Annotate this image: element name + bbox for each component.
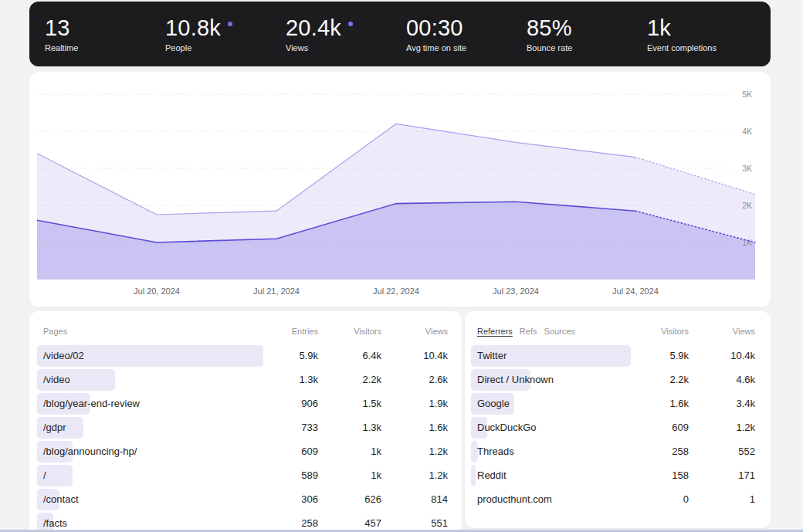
visitors-value: 2.2k	[632, 374, 689, 385]
visitors-value: 609	[632, 422, 689, 433]
page-path: /video	[37, 374, 70, 385]
row-label-cell[interactable]: producthunt.com	[471, 487, 632, 511]
stat-event-completions[interactable]: 1kEvent completions	[647, 15, 767, 53]
column-header-views: Views	[689, 327, 755, 336]
entries-value: 609	[264, 446, 318, 457]
stat-value: 1k	[647, 15, 767, 40]
column-header-pages: Pages	[37, 327, 264, 336]
page-row-root[interactable]: /5891k1.2k	[37, 463, 448, 487]
visitors-value: 0	[632, 493, 689, 505]
row-label-cell[interactable]: /gdpr	[37, 415, 264, 439]
referrer-row-twitter[interactable]: Twitter5.9k10.4k	[471, 344, 757, 368]
views-value: 10.4k	[381, 350, 448, 361]
row-label-cell[interactable]: /	[37, 463, 264, 487]
x-axis-label: Jul 22, 2024	[373, 286, 419, 296]
page-row-facts[interactable]: /facts258457551	[37, 511, 448, 532]
row-label-cell[interactable]: Direct / Unknown	[471, 368, 632, 391]
views-value: 4.6k	[689, 374, 755, 385]
views-value: 2.6k	[381, 374, 448, 385]
page-row-video[interactable]: /video1.3k2.2k2.6k	[37, 368, 448, 391]
row-label-cell[interactable]: /video	[37, 368, 264, 391]
row-label-cell[interactable]: /facts	[37, 511, 264, 532]
column-header-views: Views	[381, 327, 448, 336]
row-label-cell[interactable]: DuckDuckGo	[471, 415, 632, 439]
row-label-cell[interactable]: /contact	[37, 487, 264, 511]
visitors-value: 1.5k	[318, 398, 381, 409]
page-path: /facts	[37, 517, 67, 529]
stats-bar: 13Realtime10.8kPeople20.4kViews00:30Avg …	[29, 2, 771, 66]
page-path: /gdpr	[37, 422, 66, 433]
row-label-cell[interactable]: /blog/announcing-hp/	[37, 439, 264, 463]
visitors-value: 457	[318, 517, 381, 529]
y-axis-label: 3K	[742, 164, 752, 173]
stat-label: Avg time on site	[406, 43, 527, 53]
x-axis-label: Jul 20, 2024	[134, 286, 180, 296]
referrer-name: Reddit	[471, 469, 507, 481]
stat-value: 85%	[527, 15, 647, 40]
stat-label: Bounce rate	[527, 43, 647, 53]
page-path: /	[37, 469, 46, 481]
referrer-name: Direct / Unknown	[471, 374, 554, 385]
visitors-value: 258	[632, 446, 689, 457]
row-label-cell[interactable]: Threads	[471, 439, 632, 463]
active-metric-dot-icon	[348, 22, 353, 26]
referrers-card: ReferrersRefsSources Visitors Views Twit…	[465, 311, 771, 528]
entries-value: 589	[264, 469, 318, 481]
page-path: /contact	[37, 493, 79, 505]
entries-value: 1.3k	[264, 374, 318, 385]
referrer-row-threads[interactable]: Threads258552	[471, 439, 757, 463]
views-value: 552	[689, 446, 755, 457]
views-value: 1.6k	[381, 422, 448, 433]
referrer-row-google[interactable]: Google1.6k3.4k	[471, 391, 757, 415]
entries-value: 258	[264, 517, 318, 529]
visitors-value: 1k	[318, 446, 381, 457]
views-value: 551	[381, 517, 448, 529]
referrer-tabs: ReferrersRefsSources	[471, 327, 632, 336]
stat-label: Event completions	[647, 43, 767, 53]
stat-value-text: 85%	[527, 15, 572, 40]
tab-sources[interactable]: Sources	[544, 327, 574, 336]
referrer-name: producthunt.com	[471, 493, 552, 505]
visitors-value: 2.2k	[318, 374, 381, 385]
row-label-cell[interactable]: /video/02	[37, 344, 264, 368]
views-value: 1	[689, 493, 755, 505]
page-row-blog-announcing-hp[interactable]: /blog/announcing-hp/6091k1.2k	[37, 439, 448, 463]
referrer-name: Threads	[471, 446, 514, 457]
referrer-row-duckduckgo[interactable]: DuckDuckGo6091.2k	[471, 415, 757, 439]
page-row-blog-year-end-review[interactable]: /blog/year-end-review9061.5k1.9k	[37, 391, 448, 415]
stat-value: 00:30	[406, 15, 527, 40]
page-row-contact[interactable]: /contact306626814	[37, 487, 448, 511]
page-path: /video/02	[37, 350, 84, 361]
page-row-video-02[interactable]: /video/025.9k6.4k10.4k	[37, 344, 448, 368]
referrer-row-reddit[interactable]: Reddit158171	[471, 463, 757, 487]
referrers-table-body: Twitter5.9k10.4kDirect / Unknown2.2k4.6k…	[471, 344, 757, 511]
views-value: 171	[689, 469, 755, 481]
referrer-row-producthunt-com[interactable]: producthunt.com01	[471, 487, 757, 511]
tab-referrers[interactable]: Referrers	[477, 327, 513, 336]
stat-bounce-rate[interactable]: 85%Bounce rate	[527, 15, 647, 53]
stat-avg-time-on-site[interactable]: 00:30Avg time on site	[406, 15, 527, 53]
traffic-chart: 1K2K3K4K5KJul 20, 2024Jul 21, 2024Jul 22…	[29, 72, 771, 307]
stat-views[interactable]: 20.4kViews	[286, 15, 406, 53]
views-value: 814	[381, 493, 448, 505]
row-label-cell[interactable]: Google	[471, 391, 632, 415]
entries-value: 5.9k	[264, 350, 318, 361]
referrer-name: Google	[471, 398, 510, 409]
stat-realtime[interactable]: 13Realtime	[45, 15, 165, 53]
visitors-value: 6.4k	[318, 350, 381, 361]
row-label-cell[interactable]: Twitter	[471, 344, 632, 368]
active-metric-dot-icon	[228, 22, 232, 26]
row-label-cell[interactable]: Reddit	[471, 463, 632, 487]
stat-label: Views	[286, 43, 406, 53]
page-path: /blog/year-end-review	[37, 398, 140, 409]
visitors-value: 158	[632, 469, 689, 481]
column-header-visitors: Visitors	[318, 327, 381, 336]
referrer-name: DuckDuckGo	[471, 422, 537, 433]
y-axis-label: 2K	[742, 201, 752, 210]
page-row-gdpr[interactable]: /gdpr7331.3k1.6k	[37, 415, 448, 439]
row-label-cell[interactable]: /blog/year-end-review	[37, 391, 264, 415]
referrer-row-direct-unknown[interactable]: Direct / Unknown2.2k4.6k	[471, 368, 757, 391]
chart-card: 1K2K3K4K5KJul 20, 2024Jul 21, 2024Jul 22…	[29, 72, 771, 307]
tab-refs[interactable]: Refs	[520, 327, 537, 336]
stat-people[interactable]: 10.8kPeople	[165, 15, 286, 53]
